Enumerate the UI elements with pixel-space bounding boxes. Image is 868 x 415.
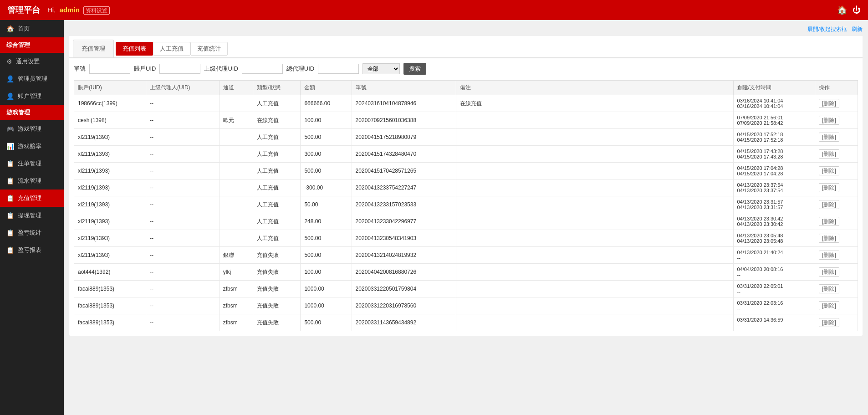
delete-action[interactable]: [删除] — [819, 166, 839, 175]
cell-action[interactable]: [删除] — [815, 196, 858, 213]
cell-parent-agent: -- — [146, 281, 219, 297]
cell-order-no: 20200413233042296977 — [352, 213, 456, 230]
cell-time: 07/09/2020 21:56:0107/09/2020 21:58:42 — [733, 112, 815, 129]
delete-action[interactable]: [删除] — [819, 200, 839, 209]
cell-parent-agent: -- — [146, 146, 219, 163]
uid-input[interactable] — [159, 64, 200, 74]
sidebar-item-flow-mgmt[interactable]: 📋 流水管理 — [0, 172, 64, 190]
status-select[interactable]: 全部 在线充值 人工充值 充值失败 — [363, 63, 400, 74]
delete-action[interactable]: [删除] — [819, 267, 839, 277]
delete-action[interactable]: [删除] — [819, 149, 839, 159]
order-input[interactable] — [89, 64, 130, 74]
sidebar-item-label: 账户管理 — [18, 92, 41, 100]
sidebar-item-game-rate[interactable]: 📊 游戏赔率 — [0, 138, 64, 155]
tab-recharge-mgmt[interactable]: 充值管理 — [73, 40, 114, 57]
cell-order-no: 20200415175218980079 — [352, 129, 456, 146]
top-controls: 展開/收起搜索框 刷新 — [69, 26, 863, 33]
power-icon[interactable]: ⏻ — [853, 5, 861, 15]
cell-remark — [456, 163, 733, 179]
cell-order-no: 20200331220316978560 — [352, 297, 456, 314]
col-remark: 備注 — [456, 81, 733, 95]
site-logo: 管理平台 — [7, 5, 40, 15]
delete-action[interactable]: [删除] — [819, 116, 839, 125]
cell-time: 03/16/2024 10:41:0403/16/2024 10:41:04 — [733, 95, 815, 112]
cell-type-status: 充值失敗 — [253, 314, 301, 331]
sidebar-item-settings[interactable]: ⚙ 通用设置 — [0, 53, 64, 70]
content-area: 單號 賬戶UID 上级代理UID 總代理UID 全部 在线充值 人工充值 充值失… — [69, 58, 863, 336]
col-parent-agent: 上级代理人(UID) — [146, 81, 219, 95]
cell-type-status: 充值失敗 — [253, 281, 301, 297]
expand-search-link[interactable]: 展開/收起搜索框 — [807, 26, 847, 33]
cell-action[interactable]: [删除] — [815, 264, 858, 281]
settings-link[interactable]: 资料设置 — [83, 6, 110, 15]
cell-action[interactable]: [删除] — [815, 297, 858, 314]
delete-action[interactable]: [删除] — [819, 301, 839, 310]
cell-action[interactable]: [删除] — [815, 281, 858, 297]
cell-amount: 1000.00 — [301, 281, 352, 297]
sidebar-item-profit-stat[interactable]: 📋 盈亏统计 — [0, 224, 64, 241]
cell-channel — [219, 95, 253, 112]
cell-parent-agent: -- — [146, 196, 219, 213]
sidebar-item-label: 流水管理 — [18, 177, 41, 185]
subtab-charge-list[interactable]: 充值列表 — [116, 42, 153, 56]
sidebar-item-account-mgmt[interactable]: 👤 账户管理 — [0, 87, 64, 105]
cell-channel — [219, 230, 253, 247]
cell-parent-agent: -- — [146, 163, 219, 179]
delete-action[interactable]: [删除] — [819, 318, 839, 327]
cell-remark — [456, 247, 733, 264]
sidebar-item-home[interactable]: 🏠 首页 — [0, 20, 64, 37]
cell-channel: 歐元 — [219, 112, 253, 129]
sidebar-item-profit-report[interactable]: 📋 盈亏报表 — [0, 241, 64, 259]
delete-action[interactable]: [删除] — [819, 217, 839, 226]
cell-uid: xl2119(1393) — [74, 163, 146, 179]
sidebar-item-recharge-mgmt[interactable]: 📋 充值管理 — [0, 190, 64, 207]
cell-action[interactable]: [删除] — [815, 179, 858, 196]
sidebar-item-admin-mgmt[interactable]: 👤 管理员管理 — [0, 70, 64, 87]
delete-action[interactable]: [删除] — [819, 183, 839, 192]
home-icon[interactable]: 🏠 — [837, 5, 847, 15]
cell-action[interactable]: [删除] — [815, 247, 858, 264]
rate-icon: 📊 — [6, 143, 14, 150]
main-content: 展開/收起搜索框 刷新 充值管理 充值列表 人工充值 充值统计 單號 賬戶UID… — [64, 20, 868, 415]
cell-time: 03/31/2020 14:36:59-- — [733, 314, 815, 331]
cell-action[interactable]: [删除] — [815, 95, 858, 112]
col-time: 創建/支付時間 — [733, 81, 815, 95]
sidebar-item-reg-mgmt[interactable]: 📋 注单管理 — [0, 155, 64, 172]
sidebar-item-game-mgmt[interactable]: 🎮 游戏管理 — [0, 120, 64, 138]
game-icon: 🎮 — [6, 125, 14, 133]
cell-action[interactable]: [删除] — [815, 230, 858, 247]
cell-remark — [456, 196, 733, 213]
table-row: xl2119(1393) -- 人工充值 248.00 202004132330… — [74, 213, 858, 230]
cell-action[interactable]: [删除] — [815, 213, 858, 230]
admin-name: admin — [60, 6, 80, 14]
total-agent-input[interactable] — [318, 64, 359, 74]
cell-remark — [456, 179, 733, 196]
delete-action[interactable]: [删除] — [819, 234, 839, 243]
search-button[interactable]: 搜索 — [403, 63, 426, 75]
delete-action[interactable]: [删除] — [819, 284, 839, 293]
sidebar-item-label: 提现管理 — [18, 211, 41, 220]
col-type-status: 類型/狀態 — [253, 81, 301, 95]
delete-action[interactable]: [删除] — [819, 133, 839, 142]
cell-amount: 500.00 — [301, 247, 352, 264]
table-row: facai889(1353) -- zfbsm 充值失敗 1000.00 202… — [74, 297, 858, 314]
cell-action[interactable]: [删除] — [815, 112, 858, 129]
cell-time: 04/13/2020 23:31:5704/13/2020 23:31:57 — [733, 196, 815, 213]
cell-action[interactable]: [删除] — [815, 163, 858, 179]
sidebar-item-label: 盈亏报表 — [18, 246, 41, 254]
cell-action[interactable]: [删除] — [815, 129, 858, 146]
subtab-manual-charge[interactable]: 人工充值 — [153, 42, 190, 56]
cell-type-status: 充值失敗 — [253, 297, 301, 314]
cell-action[interactable]: [删除] — [815, 146, 858, 163]
subtab-charge-stats[interactable]: 充值统计 — [190, 42, 228, 56]
delete-action[interactable]: [删除] — [819, 251, 839, 260]
delete-action[interactable]: [删除] — [819, 99, 839, 108]
cell-uid: xl2119(1393) — [74, 196, 146, 213]
cell-parent-agent: -- — [146, 247, 219, 264]
cell-amount: 50.00 — [301, 196, 352, 213]
sidebar-item-withdraw-mgmt[interactable]: 📋 提现管理 — [0, 207, 64, 224]
refresh-button[interactable]: 刷新 — [852, 26, 863, 33]
parent-agent-input[interactable] — [242, 64, 283, 74]
cell-channel — [219, 129, 253, 146]
cell-action[interactable]: [删除] — [815, 314, 858, 331]
